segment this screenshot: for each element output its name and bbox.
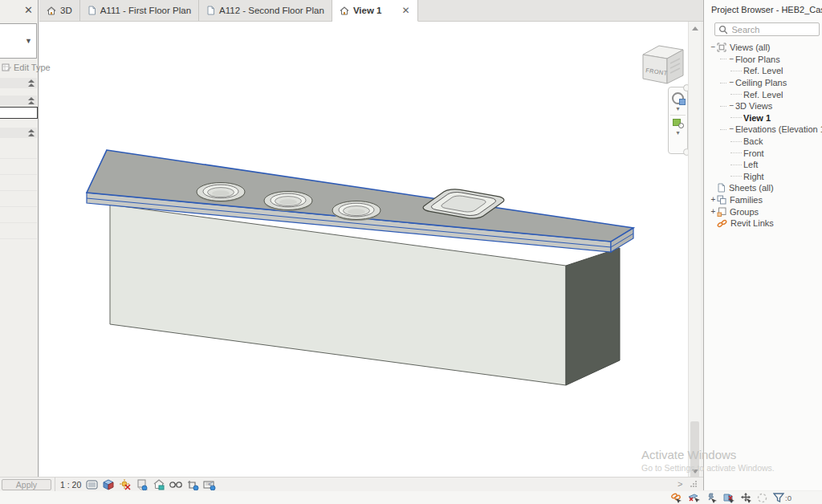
revit-link-icon bbox=[717, 219, 727, 228]
navigation-bar: ▾ ▾ bbox=[668, 87, 688, 154]
section-header[interactable] bbox=[0, 96, 37, 106]
project-browser-title: Project Browser - HEB2_Casework... bbox=[711, 5, 822, 14]
section-header[interactable] bbox=[0, 78, 37, 88]
rendering-dialog-icon[interactable] bbox=[153, 479, 165, 491]
select-links-toggle-icon[interactable] bbox=[670, 493, 682, 503]
casework-3d-model[interactable]: FRONT bbox=[39, 22, 688, 478]
tree-item-label: Ceiling Plans bbox=[735, 78, 787, 87]
edit-type-icon bbox=[2, 63, 11, 72]
chevron-down-icon[interactable]: ▾ bbox=[669, 105, 687, 112]
tree-toggle-icon[interactable]: − bbox=[728, 102, 735, 110]
temporary-hide-isolate-icon[interactable] bbox=[169, 479, 182, 491]
home-view-icon bbox=[340, 6, 349, 15]
edit-type-button[interactable]: Edit Type bbox=[2, 63, 51, 72]
detail-level-icon[interactable] bbox=[85, 479, 98, 491]
property-rows bbox=[0, 143, 37, 241]
families-icon bbox=[717, 195, 726, 205]
resize-grip-icon[interactable] bbox=[690, 481, 698, 489]
browser-item-view-1[interactable]: View 1 bbox=[704, 112, 822, 124]
browser-item-families[interactable]: +Families bbox=[704, 194, 822, 206]
project-browser-panel: Project Browser - HEB2_Casework... −View… bbox=[703, 0, 822, 490]
vertical-scrollbar[interactable] bbox=[688, 22, 701, 478]
tree-toggle-icon[interactable]: − bbox=[728, 55, 735, 63]
groups-icon bbox=[717, 207, 726, 217]
browser-item-elevations-elevation-1[interactable]: −Elevations (Elevation 1) bbox=[704, 124, 822, 136]
browser-item-views-all[interactable]: −Views (all) bbox=[704, 42, 822, 54]
browser-item-ceiling-plans[interactable]: −Ceiling Plans bbox=[704, 77, 822, 89]
select-underlay-elements-toggle-icon[interactable] bbox=[688, 493, 700, 503]
filter-icon bbox=[773, 493, 784, 502]
view-tab-bar: 3DA111 - First Floor PlanA112 - Second F… bbox=[39, 0, 703, 22]
tree-item-label: Ref. Level bbox=[743, 90, 783, 100]
sheet-icon bbox=[717, 183, 726, 193]
round-sink-hole[interactable] bbox=[332, 201, 380, 222]
collapse-view-control-bar-icon[interactable]: < bbox=[208, 479, 213, 489]
viewcube[interactable]: FRONT bbox=[643, 46, 683, 83]
revit-window: ✕ ▼ Edit Type 3DA111 - First Floor PlanA… bbox=[0, 0, 822, 504]
search-input[interactable] bbox=[730, 24, 816, 35]
select-elements-by-face-toggle-icon[interactable] bbox=[722, 493, 735, 503]
browser-item-left[interactable]: Left bbox=[704, 159, 822, 171]
browser-item-groups[interactable]: +Groups bbox=[704, 205, 822, 217]
browser-item-sheets-all[interactable]: Sheets (all) bbox=[704, 182, 822, 194]
filter-button[interactable]: :0 bbox=[773, 493, 791, 502]
sun-path-off-icon[interactable] bbox=[119, 479, 132, 491]
chevron-down-icon[interactable]: ▾ bbox=[669, 129, 687, 136]
browser-item-3d-views[interactable]: −3D Views bbox=[704, 100, 822, 112]
tree-toggle-icon[interactable]: + bbox=[710, 196, 717, 204]
tree-toggle-icon[interactable]: + bbox=[710, 208, 717, 216]
tree-item-label: View 1 bbox=[743, 113, 771, 123]
drawing-area[interactable]: FRONT ▾ ▾ bbox=[39, 22, 688, 478]
tree-toggle-icon[interactable]: − bbox=[728, 125, 735, 133]
tree-item-label: Floor Plans bbox=[735, 55, 780, 64]
tree-item-label: Sheets (all) bbox=[729, 183, 774, 193]
steering-wheel-icon[interactable] bbox=[672, 92, 684, 104]
browser-item-ref-level[interactable]: Ref. Level bbox=[704, 65, 822, 77]
drag-elements-on-selection-toggle-icon[interactable] bbox=[740, 493, 751, 503]
tree-item-label: Revit Links bbox=[730, 218, 774, 228]
section-header[interactable] bbox=[0, 128, 37, 138]
properties-close-icon[interactable]: ✕ bbox=[24, 4, 33, 16]
scroll-up-icon[interactable] bbox=[692, 26, 698, 30]
shadows-off-icon[interactable] bbox=[136, 479, 149, 491]
visual-style-icon[interactable] bbox=[102, 479, 115, 491]
tab-a111-first-floor-plan[interactable]: A111 - First Floor Plan bbox=[80, 0, 199, 21]
property-value-field[interactable] bbox=[0, 107, 38, 119]
browser-item-ref-level[interactable]: Ref. Level bbox=[704, 88, 822, 100]
type-selector-dropdown[interactable]: ▼ bbox=[0, 23, 37, 59]
browser-item-floor-plans[interactable]: −Floor Plans bbox=[704, 54, 822, 66]
tab-label: 3D bbox=[60, 6, 72, 15]
status-bar: :0 bbox=[0, 491, 822, 504]
round-sink-hole[interactable] bbox=[197, 183, 245, 203]
properties-panel: ✕ ▼ Edit Type bbox=[0, 0, 39, 477]
scroll-right-icon[interactable]: > bbox=[678, 479, 682, 489]
browser-item-right[interactable]: Right bbox=[704, 171, 822, 183]
tree-toggle-icon[interactable]: − bbox=[728, 79, 735, 87]
browser-item-front[interactable]: Front bbox=[704, 147, 822, 159]
zoom-tool-icon[interactable] bbox=[673, 118, 684, 128]
search-box[interactable] bbox=[714, 22, 820, 36]
crop-view-icon[interactable] bbox=[186, 479, 199, 491]
tab-a112-second-floor-plan[interactable]: A112 - Second Floor Plan bbox=[199, 0, 332, 21]
collapse-section-icon[interactable] bbox=[27, 128, 35, 137]
collapse-section-icon[interactable] bbox=[27, 79, 35, 87]
select-pinned-elements-toggle-icon[interactable] bbox=[706, 493, 717, 503]
tree-item-label: Front bbox=[743, 148, 764, 158]
chevron-down-icon: ▼ bbox=[25, 37, 32, 45]
scroll-down-icon[interactable] bbox=[692, 469, 698, 474]
browser-item-back[interactable]: Back bbox=[704, 136, 822, 148]
sheet-icon bbox=[87, 6, 96, 15]
browser-item-revit-links[interactable]: Revit Links bbox=[704, 217, 822, 230]
collapse-section-icon[interactable] bbox=[27, 96, 35, 105]
view-control-strip: Apply 1 : 20 < > bbox=[0, 477, 703, 491]
round-sink-hole[interactable] bbox=[264, 192, 312, 212]
apply-button[interactable]: Apply bbox=[2, 479, 51, 490]
tab-label: A112 - Second Floor Plan bbox=[219, 6, 324, 15]
tree-item-label: Families bbox=[730, 195, 763, 205]
view-scale-button[interactable]: 1 : 20 bbox=[60, 480, 81, 490]
tab-close-icon[interactable]: ✕ bbox=[401, 5, 409, 16]
tab-3d[interactable]: 3D bbox=[39, 0, 80, 21]
tab-view-1[interactable]: View 1✕ bbox=[332, 0, 418, 22]
views-icon bbox=[717, 43, 726, 52]
tree-toggle-icon[interactable]: − bbox=[710, 43, 717, 51]
